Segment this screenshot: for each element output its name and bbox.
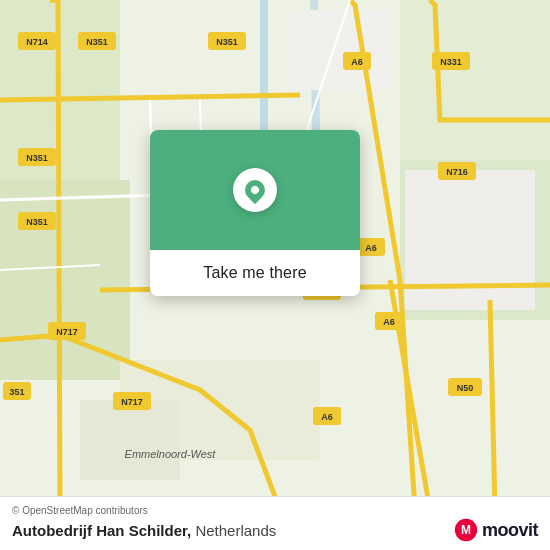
svg-text:M: M (461, 523, 471, 537)
svg-rect-6 (290, 10, 390, 90)
svg-rect-3 (0, 180, 130, 380)
svg-text:N717: N717 (121, 397, 143, 407)
svg-text:A6: A6 (365, 243, 377, 253)
svg-text:N50: N50 (457, 383, 474, 393)
take-me-there-button[interactable]: Take me there (150, 250, 360, 296)
svg-text:N351: N351 (86, 37, 108, 47)
svg-rect-4 (400, 0, 550, 160)
svg-rect-7 (405, 170, 535, 310)
svg-text:N351: N351 (26, 217, 48, 227)
svg-text:N331: N331 (440, 57, 462, 67)
svg-text:Emmelnoord-West: Emmelnoord-West (125, 448, 217, 460)
moovit-icon: M (454, 518, 478, 542)
popup-map-area (150, 130, 360, 250)
moovit-text: moovit (482, 520, 538, 541)
svg-text:N351: N351 (216, 37, 238, 47)
svg-text:A6: A6 (321, 412, 333, 422)
location-pin (233, 168, 277, 212)
map-container: N714 N351 N351 N331 A6 N351 N351 N716 N7… (0, 0, 550, 550)
svg-text:N717: N717 (56, 327, 78, 337)
svg-text:A6: A6 (351, 57, 363, 67)
svg-text:A6: A6 (383, 317, 395, 327)
attribution-text: © OpenStreetMap contributors (12, 505, 538, 516)
svg-text:N351: N351 (26, 153, 48, 163)
svg-rect-9 (80, 400, 180, 480)
location-name: Autobedrijf Han Schilder, Netherlands (12, 522, 276, 539)
svg-text:351: 351 (9, 387, 24, 397)
svg-rect-1 (260, 0, 268, 130)
location-popup: Take me there (150, 130, 360, 296)
svg-text:N714: N714 (26, 37, 48, 47)
moovit-logo: M moovit (454, 518, 538, 542)
svg-text:N716: N716 (446, 167, 468, 177)
pin-dot (241, 176, 269, 204)
bottom-bar: © OpenStreetMap contributors Autobedrijf… (0, 496, 550, 550)
